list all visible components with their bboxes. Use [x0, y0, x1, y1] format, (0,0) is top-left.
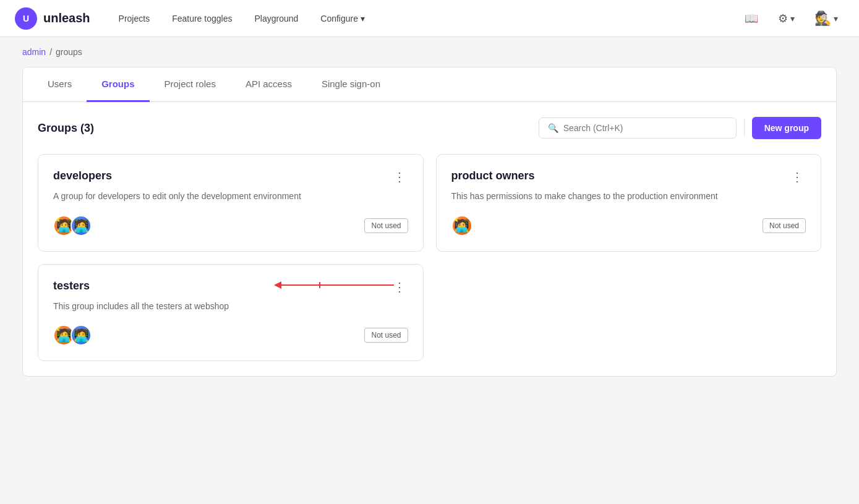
avatar-star-icon: ⭐: [451, 215, 459, 222]
groups-section: Groups (3) 🔍 New group developers ⋮: [23, 102, 836, 376]
groups-header-right: 🔍 New group: [539, 117, 821, 139]
tab-users[interactable]: Users: [33, 67, 87, 102]
admin-tabs-container: Users Groups Project roles API access Si…: [22, 67, 837, 377]
search-icon: 🔍: [548, 123, 558, 133]
avatar-star-icon: ⭐: [53, 215, 61, 222]
nav-links: Projects Feature toggles Playground Conf…: [110, 9, 738, 28]
more-menu-button[interactable]: ⋮: [391, 280, 408, 294]
not-used-badge: Not used: [763, 218, 806, 233]
group-card-developers: developers ⋮ A group for developers to e…: [38, 154, 424, 252]
book-icon: 📖: [745, 12, 758, 25]
group-avatars: ⭐ 🧑‍💻: [451, 215, 472, 236]
logo-icon: U: [15, 7, 37, 30]
more-menu-button[interactable]: ⋮: [391, 169, 408, 184]
nav-feature-toggles[interactable]: Feature toggles: [163, 9, 241, 28]
group-description: This has permissions to make changes to …: [451, 190, 806, 203]
groups-grid: developers ⋮ A group for developers to e…: [38, 154, 821, 361]
avatar: 🧑‍💻: [71, 325, 92, 346]
group-footer: ⭐ 🧑‍💻 Not used: [451, 215, 806, 236]
new-group-button[interactable]: New group: [752, 117, 821, 139]
navbar: U unleash Projects Feature toggles Playg…: [0, 0, 859, 37]
avatar: 🧑‍💻: [71, 215, 92, 236]
group-footer: ⭐ 🧑‍💻 🧑‍💻 Not used: [53, 325, 408, 346]
chevron-down-icon: ▾: [361, 14, 365, 23]
divider: [744, 119, 745, 137]
user-menu-button[interactable]: 🕵️ ▾: [808, 7, 844, 30]
group-avatars: ⭐ 🧑‍💻 🧑‍💻: [53, 215, 92, 236]
not-used-badge: Not used: [364, 218, 408, 233]
avatar: ⭐ 🧑‍💻: [451, 215, 472, 236]
logo[interactable]: U unleash: [15, 7, 90, 30]
breadcrumb: admin / groups: [0, 37, 859, 67]
gear-icon: ⚙: [778, 12, 788, 25]
more-menu-button[interactable]: ⋮: [788, 169, 806, 184]
breadcrumb-parent[interactable]: admin: [22, 47, 46, 57]
group-description: A group for developers to edit only the …: [53, 190, 408, 203]
arrow-annotation: [273, 276, 397, 294]
group-card-product-owners: product owners ⋮ This has permissions to…: [436, 154, 822, 252]
search-input[interactable]: [563, 123, 727, 133]
admin-tabs: Users Groups Project roles API access Si…: [23, 67, 836, 102]
group-name: developers: [53, 169, 112, 182]
avatar-star-icon: ⭐: [53, 325, 61, 331]
groups-title: Groups (3): [38, 122, 94, 135]
breadcrumb-separator: /: [49, 47, 52, 57]
user-menu-chevron-icon: ▾: [834, 14, 838, 23]
logo-text: unleash: [43, 11, 90, 25]
tab-api-access[interactable]: API access: [231, 67, 307, 102]
group-description: This group includes all the testers at w…: [53, 301, 408, 313]
tab-project-roles[interactable]: Project roles: [150, 67, 231, 102]
user-avatar-icon: 🕵️: [814, 11, 831, 27]
nav-playground[interactable]: Playground: [246, 9, 307, 28]
nav-projects[interactable]: Projects: [110, 9, 159, 28]
group-footer: ⭐ 🧑‍💻 🧑‍💻 Not used: [53, 215, 408, 236]
settings-button[interactable]: ⚙ ▾: [772, 8, 801, 29]
group-card-header: product owners ⋮: [451, 169, 806, 184]
breadcrumb-current: groups: [56, 47, 82, 57]
logo-initials: U: [23, 14, 29, 23]
docs-button[interactable]: 📖: [738, 8, 764, 29]
group-name: product owners: [451, 169, 535, 182]
groups-header: Groups (3) 🔍 New group: [38, 117, 821, 139]
main-content: Users Groups Project roles API access Si…: [0, 67, 859, 399]
group-avatars: ⭐ 🧑‍💻 🧑‍💻: [53, 325, 92, 346]
group-card-header: testers ⋮: [53, 280, 408, 294]
tab-groups[interactable]: Groups: [87, 67, 149, 102]
group-card-testers: testers ⋮: [38, 264, 424, 362]
navbar-actions: 📖 ⚙ ▾ 🕵️ ▾: [738, 7, 844, 30]
settings-chevron-icon: ▾: [790, 14, 795, 23]
group-card-header: developers ⋮: [53, 169, 408, 184]
tab-single-sign-on[interactable]: Single sign-on: [307, 67, 395, 102]
nav-configure[interactable]: Configure ▾: [312, 9, 374, 28]
group-name: testers: [53, 280, 90, 293]
not-used-badge: Not used: [364, 328, 408, 343]
search-box[interactable]: 🔍: [539, 117, 737, 139]
